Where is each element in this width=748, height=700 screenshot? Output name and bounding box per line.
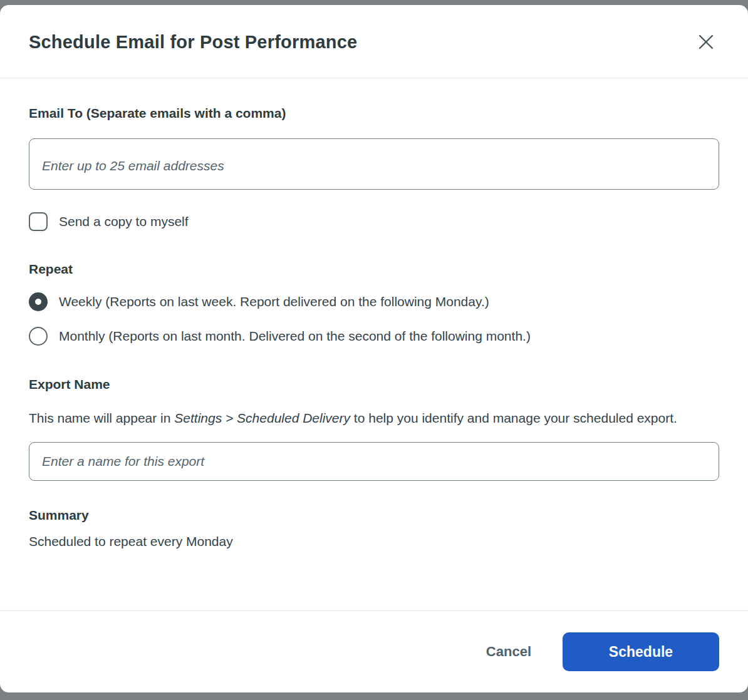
close-button[interactable] [694,30,718,54]
export-desc-suffix: to help you identify and manage your sch… [350,411,677,425]
email-to-input[interactable] [29,138,719,190]
weekly-radio[interactable] [29,292,48,311]
send-copy-label: Send a copy to myself [59,214,189,229]
export-desc-prefix: This name will appear in [29,411,174,425]
schedule-button[interactable]: Schedule [563,632,719,671]
export-name-description: This name will appear in Settings > Sche… [29,404,699,432]
monthly-radio[interactable] [29,327,48,346]
export-name-input[interactable] [29,442,719,481]
export-desc-path: Settings > Scheduled Delivery [174,411,350,425]
schedule-email-modal: Schedule Email for Post Performance Emai… [0,5,748,692]
export-name-label: Export Name [29,377,719,392]
repeat-label: Repeat [29,262,719,277]
send-copy-checkbox[interactable] [29,212,48,231]
email-to-label: Email To (Separate emails with a comma) [29,106,719,121]
summary-label: Summary [29,508,719,523]
cancel-button[interactable]: Cancel [477,637,540,666]
modal-header: Schedule Email for Post Performance [0,5,748,78]
summary-text: Scheduled to repeat every Monday [29,534,719,549]
weekly-radio-label: Weekly (Reports on last week. Report del… [59,294,489,309]
monthly-radio-label: Monthly (Reports on last month. Delivere… [59,329,531,344]
repeat-option-monthly[interactable]: Monthly (Reports on last month. Delivere… [29,327,719,346]
close-icon [697,44,715,53]
modal-body: Email To (Separate emails with a comma) … [0,78,748,610]
modal-footer: Cancel Schedule [0,610,748,692]
send-copy-checkbox-row[interactable]: Send a copy to myself [29,212,719,231]
modal-title: Schedule Email for Post Performance [29,32,357,53]
repeat-option-weekly[interactable]: Weekly (Reports on last week. Report del… [29,292,719,311]
